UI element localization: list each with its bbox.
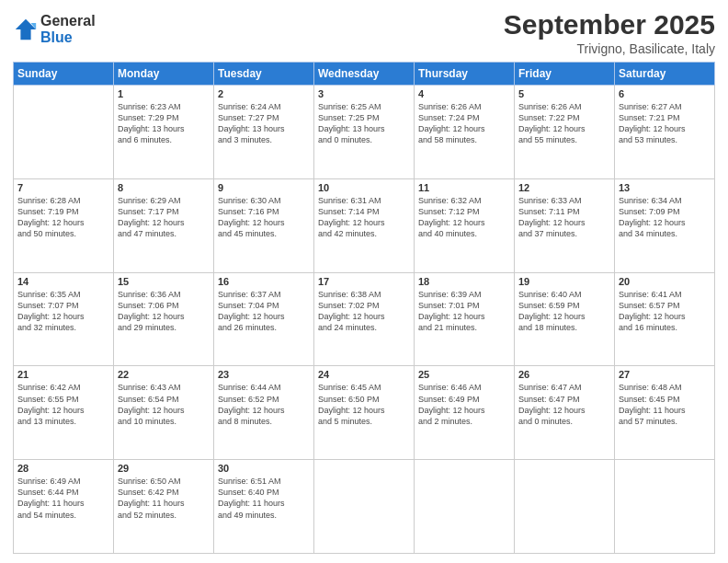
calendar-cell: 9Sunrise: 6:30 AM Sunset: 7:16 PM Daylig… — [214, 178, 314, 272]
subtitle: Trivigno, Basilicate, Italy — [504, 41, 715, 56]
day-number: 12 — [518, 182, 610, 193]
day-info: Sunrise: 6:28 AM Sunset: 7:19 PM Dayligh… — [17, 195, 109, 240]
calendar-cell: 6Sunrise: 6:27 AM Sunset: 7:21 PM Daylig… — [615, 86, 715, 179]
calendar-cell: 28Sunrise: 6:49 AM Sunset: 6:44 PM Dayli… — [14, 460, 114, 554]
day-info: Sunrise: 6:26 AM Sunset: 7:22 PM Dayligh… — [518, 101, 610, 146]
calendar-header-thursday: Thursday — [415, 63, 515, 86]
day-info: Sunrise: 6:33 AM Sunset: 7:11 PM Dayligh… — [518, 195, 610, 240]
day-info: Sunrise: 6:25 AM Sunset: 7:25 PM Dayligh… — [318, 101, 410, 146]
calendar-header-tuesday: Tuesday — [214, 63, 314, 86]
calendar-cell: 26Sunrise: 6:47 AM Sunset: 6:47 PM Dayli… — [515, 366, 615, 460]
day-number: 3 — [318, 88, 410, 99]
calendar-cell: 4Sunrise: 6:26 AM Sunset: 7:24 PM Daylig… — [415, 86, 515, 179]
day-info: Sunrise: 6:36 AM Sunset: 7:06 PM Dayligh… — [118, 289, 210, 334]
calendar-header-wednesday: Wednesday — [314, 63, 415, 86]
day-number: 21 — [17, 369, 109, 380]
calendar-cell: 5Sunrise: 6:26 AM Sunset: 7:22 PM Daylig… — [515, 86, 615, 179]
calendar-cell: 30Sunrise: 6:51 AM Sunset: 6:40 PM Dayli… — [214, 460, 314, 554]
calendar-header-monday: Monday — [114, 63, 214, 86]
week-row-3: 14Sunrise: 6:35 AM Sunset: 7:07 PM Dayli… — [14, 272, 715, 366]
calendar-cell — [314, 460, 415, 554]
calendar-table: SundayMondayTuesdayWednesdayThursdayFrid… — [13, 62, 715, 554]
calendar-cell: 18Sunrise: 6:39 AM Sunset: 7:01 PM Dayli… — [415, 272, 515, 366]
calendar-cell: 7Sunrise: 6:28 AM Sunset: 7:19 PM Daylig… — [14, 178, 114, 272]
day-number: 10 — [318, 182, 410, 193]
day-number: 13 — [619, 182, 711, 193]
day-info: Sunrise: 6:37 AM Sunset: 7:04 PM Dayligh… — [218, 289, 310, 334]
week-row-1: 1Sunrise: 6:23 AM Sunset: 7:29 PM Daylig… — [14, 86, 715, 179]
day-number: 11 — [418, 182, 510, 193]
logo-icon — [13, 17, 39, 42]
day-number: 7 — [17, 182, 109, 193]
calendar-cell: 29Sunrise: 6:50 AM Sunset: 6:42 PM Dayli… — [114, 460, 214, 554]
day-number: 4 — [418, 88, 510, 99]
day-info: Sunrise: 6:41 AM Sunset: 6:57 PM Dayligh… — [619, 289, 711, 334]
calendar-cell: 16Sunrise: 6:37 AM Sunset: 7:04 PM Dayli… — [214, 272, 314, 366]
title-block: September 2025 Trivigno, Basilicate, Ita… — [504, 9, 715, 56]
day-info: Sunrise: 6:48 AM Sunset: 6:45 PM Dayligh… — [619, 382, 711, 427]
logo: General Blue — [13, 13, 96, 45]
day-info: Sunrise: 6:47 AM Sunset: 6:47 PM Dayligh… — [518, 382, 610, 427]
calendar-cell: 1Sunrise: 6:23 AM Sunset: 7:29 PM Daylig… — [114, 86, 214, 179]
day-info: Sunrise: 6:30 AM Sunset: 7:16 PM Dayligh… — [218, 195, 310, 240]
logo-text: General Blue — [40, 13, 96, 45]
day-info: Sunrise: 6:51 AM Sunset: 6:40 PM Dayligh… — [218, 476, 310, 521]
calendar-cell: 27Sunrise: 6:48 AM Sunset: 6:45 PM Dayli… — [615, 366, 715, 460]
day-number: 25 — [418, 369, 510, 380]
week-row-2: 7Sunrise: 6:28 AM Sunset: 7:19 PM Daylig… — [14, 178, 715, 272]
calendar-cell: 19Sunrise: 6:40 AM Sunset: 6:59 PM Dayli… — [515, 272, 615, 366]
calendar-cell: 3Sunrise: 6:25 AM Sunset: 7:25 PM Daylig… — [314, 86, 415, 179]
calendar-cell: 20Sunrise: 6:41 AM Sunset: 6:57 PM Dayli… — [615, 272, 715, 366]
svg-marker-0 — [16, 18, 36, 39]
calendar-cell: 14Sunrise: 6:35 AM Sunset: 7:07 PM Dayli… — [14, 272, 114, 366]
calendar-header-row: SundayMondayTuesdayWednesdayThursdayFrid… — [14, 63, 715, 86]
day-number: 2 — [218, 88, 310, 99]
day-number: 18 — [418, 276, 510, 287]
day-number: 29 — [118, 463, 210, 474]
calendar-header-saturday: Saturday — [615, 63, 715, 86]
calendar-cell: 8Sunrise: 6:29 AM Sunset: 7:17 PM Daylig… — [114, 178, 214, 272]
day-info: Sunrise: 6:27 AM Sunset: 7:21 PM Dayligh… — [619, 101, 711, 146]
calendar-cell: 10Sunrise: 6:31 AM Sunset: 7:14 PM Dayli… — [314, 178, 415, 272]
day-info: Sunrise: 6:26 AM Sunset: 7:24 PM Dayligh… — [418, 101, 510, 146]
day-info: Sunrise: 6:32 AM Sunset: 7:12 PM Dayligh… — [418, 195, 510, 240]
calendar-cell — [515, 460, 615, 554]
day-info: Sunrise: 6:35 AM Sunset: 7:07 PM Dayligh… — [17, 289, 109, 334]
header: General Blue September 2025 Trivigno, Ba… — [13, 9, 715, 56]
calendar-cell: 11Sunrise: 6:32 AM Sunset: 7:12 PM Dayli… — [415, 178, 515, 272]
day-number: 19 — [518, 276, 610, 287]
day-number: 1 — [118, 88, 210, 99]
day-number: 15 — [118, 276, 210, 287]
day-number: 8 — [118, 182, 210, 193]
day-info: Sunrise: 6:50 AM Sunset: 6:42 PM Dayligh… — [118, 476, 210, 521]
day-number: 28 — [17, 463, 109, 474]
calendar-cell — [14, 86, 114, 179]
day-number: 9 — [218, 182, 310, 193]
calendar-cell: 25Sunrise: 6:46 AM Sunset: 6:49 PM Dayli… — [415, 366, 515, 460]
day-number: 16 — [218, 276, 310, 287]
day-info: Sunrise: 6:24 AM Sunset: 7:27 PM Dayligh… — [218, 101, 310, 146]
calendar-cell — [615, 460, 715, 554]
week-row-5: 28Sunrise: 6:49 AM Sunset: 6:44 PM Dayli… — [14, 460, 715, 554]
day-info: Sunrise: 6:38 AM Sunset: 7:02 PM Dayligh… — [318, 289, 410, 334]
calendar-cell: 22Sunrise: 6:43 AM Sunset: 6:54 PM Dayli… — [114, 366, 214, 460]
calendar-cell: 15Sunrise: 6:36 AM Sunset: 7:06 PM Dayli… — [114, 272, 214, 366]
week-row-4: 21Sunrise: 6:42 AM Sunset: 6:55 PM Dayli… — [14, 366, 715, 460]
day-number: 23 — [218, 369, 310, 380]
day-info: Sunrise: 6:39 AM Sunset: 7:01 PM Dayligh… — [418, 289, 510, 334]
calendar-cell: 12Sunrise: 6:33 AM Sunset: 7:11 PM Dayli… — [515, 178, 615, 272]
calendar-cell: 2Sunrise: 6:24 AM Sunset: 7:27 PM Daylig… — [214, 86, 314, 179]
calendar-header-sunday: Sunday — [14, 63, 114, 86]
calendar-cell: 17Sunrise: 6:38 AM Sunset: 7:02 PM Dayli… — [314, 272, 415, 366]
day-number: 17 — [318, 276, 410, 287]
day-number: 30 — [218, 463, 310, 474]
calendar-cell: 21Sunrise: 6:42 AM Sunset: 6:55 PM Dayli… — [14, 366, 114, 460]
day-info: Sunrise: 6:29 AM Sunset: 7:17 PM Dayligh… — [118, 195, 210, 240]
day-info: Sunrise: 6:40 AM Sunset: 6:59 PM Dayligh… — [518, 289, 610, 334]
day-info: Sunrise: 6:34 AM Sunset: 7:09 PM Dayligh… — [619, 195, 711, 240]
day-info: Sunrise: 6:43 AM Sunset: 6:54 PM Dayligh… — [118, 382, 210, 427]
day-number: 22 — [118, 369, 210, 380]
main-title: September 2025 — [504, 9, 715, 40]
day-info: Sunrise: 6:45 AM Sunset: 6:50 PM Dayligh… — [318, 382, 410, 427]
calendar-cell — [415, 460, 515, 554]
